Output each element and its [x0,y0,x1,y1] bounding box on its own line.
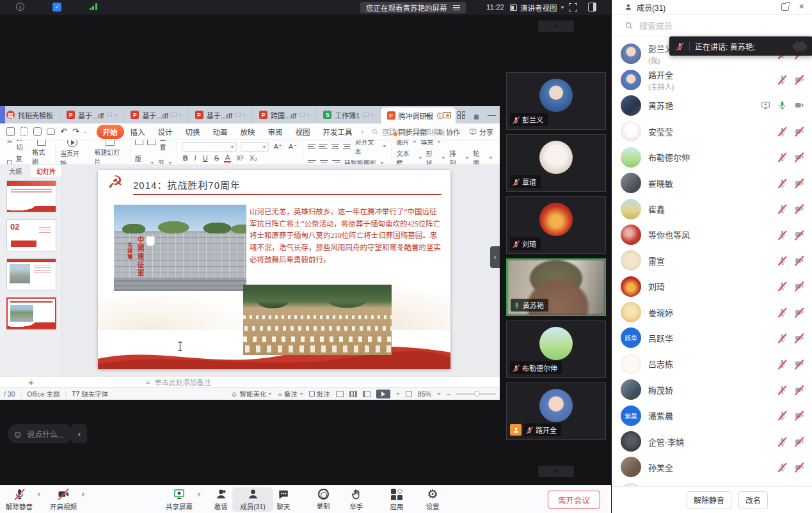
member-row[interactable]: 雷宣 [612,248,812,273]
menu-tab[interactable]: 设计 [152,125,179,139]
menu-tab[interactable]: 放映 [234,125,262,139]
banner-menu-icon[interactable] [453,4,460,12]
mic-muted-icon[interactable] [777,359,787,368]
camera-on-icon[interactable] [794,100,804,110]
slide-canvas[interactable]: ☭ 2014：抗战胜利70周年 中國遠征軍 名錄墻 山河已无恙，英雄归故乡。这一… [62,165,500,376]
minimize-icon[interactable]: — [488,110,496,120]
member-row[interactable]: 崔鑫 [612,196,812,221]
member-row[interactable]: 路开全 (主持人) [612,67,812,92]
camera-off-icon[interactable] [794,333,804,343]
normal-view-button[interactable] [336,391,344,397]
menu-more-icon[interactable]: › [362,128,363,135]
textbox-button[interactable]: 文本框 [396,148,414,165]
start-video-button[interactable]: 开启视频∧ [45,487,81,512]
member-row[interactable]: 覃谊 [612,480,812,486]
camera-off-icon[interactable] [794,308,804,317]
wps-document-tab[interactable]: P 基于...df [189,106,253,123]
wps-document-tab[interactable]: P 基于...df [124,106,188,123]
wps-document-tab[interactable]: 稻 找稻壳模板 [0,106,60,123]
member-row[interactable]: 企管-李婧 [612,429,812,454]
camera-off-icon[interactable] [794,75,804,84]
video-thumbnail[interactable]: 刘琦 [506,196,606,254]
member-row[interactable]: 崔晓敏 [612,170,812,196]
mic-muted-icon[interactable] [777,308,787,317]
strip-scroll-up-button[interactable] [538,20,574,32]
notes-placeholder[interactable]: 单击此处添加备注 [154,377,211,387]
camera-off-icon[interactable] [794,230,804,239]
current-slide[interactable]: ☭ 2014：抗战胜利70周年 中國遠征軍 名錄墻 山河已无恙，英雄归故乡。这一… [98,170,450,369]
popout-panel-icon[interactable] [781,3,789,11]
smart-beautify-button[interactable]: ☺智能美化 [230,389,272,399]
font-increase-button[interactable]: A⁺ [273,143,283,151]
close-panel-icon[interactable]: × [799,1,804,12]
account-avatar[interactable] [472,110,481,120]
zoom-slider-knob[interactable] [474,391,480,397]
fill-button[interactable]: 填充 [420,140,433,146]
camera-off-icon[interactable] [794,204,804,214]
share-button[interactable]: 分享 [469,127,493,137]
save-icon[interactable] [33,127,42,136]
video-thumbnail[interactable]: 黄苏艳 [506,258,606,316]
underline-button[interactable]: U [202,154,209,162]
mic-muted-icon[interactable] [777,411,787,420]
mic-muted-icon[interactable] [777,437,787,446]
copy-button[interactable]: 复制 [7,154,28,166]
zoom-out-button[interactable]: − [447,390,450,398]
undo-icon[interactable]: ↶ [60,127,67,136]
view-mode-dropdown[interactable]: 演讲者视图 [510,2,564,13]
camera-off-icon[interactable] [794,127,804,136]
camera-off-icon[interactable] [794,178,804,188]
new-slide-button[interactable]: 新建幻灯片 [95,140,125,165]
camera-off-icon[interactable] [794,152,804,162]
font-decrease-button[interactable]: A⁻ [287,143,298,151]
font-size-select[interactable] [241,142,269,152]
slide-thumbnail[interactable] [6,180,56,212]
camera-off-icon[interactable] [794,385,804,395]
member-row[interactable]: 吕志栋 [612,351,812,377]
fit-window-icon[interactable] [406,391,412,397]
print-icon[interactable] [47,129,55,135]
wps-panel-collapse-handle[interactable]: › [490,246,500,268]
rename-button[interactable]: 改名 [738,491,768,509]
quick-chat-input[interactable]: ☺ 说点什么... [8,424,73,443]
align-text-button[interactable]: 对齐文本 [354,140,379,156]
zoom-level[interactable]: 85% [418,390,431,398]
share-options-caret[interactable]: ∧ [196,491,201,498]
new-document-tab-button[interactable]: + [418,109,436,120]
present-mode-icon[interactable] [443,112,451,118]
comments-button[interactable]: 批注 [309,389,330,399]
section-button[interactable]: 节 [158,158,164,165]
slide-thumbnail[interactable] [6,258,56,290]
fullscreen-icon[interactable] [569,3,577,12]
bold-button[interactable]: B [182,154,189,162]
member-row[interactable]: 紫晨 潘紫晨 [612,402,812,428]
menu-tab[interactable]: 开发工具 [317,125,359,139]
slide-thumbnail-selected[interactable] [6,297,56,329]
wps-document-tab[interactable]: P 跨国...df [253,106,317,123]
emoji-icon[interactable]: ☺ [13,429,22,439]
missing-fonts-button[interactable]: T?缺失字体 [72,389,108,399]
menu-tab[interactable]: 视图 [289,125,317,139]
font-color-button[interactable]: A [224,154,231,162]
camera-off-icon[interactable] [794,462,804,472]
menu-tab[interactable]: 动画 [207,125,234,139]
wps-document-tab[interactable]: S 工作簿1 [317,106,380,123]
menu-tab[interactable]: 切换 [179,125,207,139]
quickbar-more-icon[interactable]: ⌄ [83,129,88,134]
video-options-caret[interactable]: ∧ [81,491,85,498]
toggle-sidebar-icon[interactable] [588,3,596,12]
video-thumbnail[interactable]: 覃谊 [506,134,606,192]
apps-button[interactable]: 应用 [379,487,415,512]
outline-tab[interactable]: 大纲 [0,165,31,177]
mic-muted-icon[interactable] [777,230,787,239]
format-painter-button[interactable]: 格式刷 [32,140,51,165]
member-row[interactable]: 梅茂娇 [612,377,812,402]
member-row[interactable]: 娄琬婷 [612,299,812,325]
video-thumbnail[interactable]: 彭兰义 [506,72,606,130]
sync-status-button[interactable]: 同步异常 [387,127,427,137]
align-center-icon[interactable] [320,159,328,165]
bullet-list-icon[interactable] [308,143,315,150]
camera-off-icon[interactable] [794,281,804,291]
add-slide-button[interactable]: + [0,377,62,388]
theme-name[interactable]: Office 主题 [27,389,60,399]
